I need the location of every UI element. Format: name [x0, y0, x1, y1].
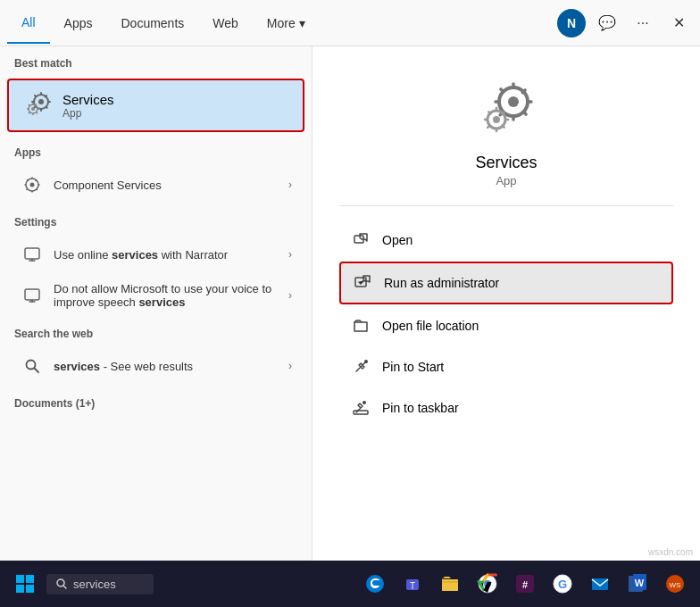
svg-point-24 [366, 575, 384, 593]
taskbar-mail-icon[interactable] [582, 566, 618, 602]
app-preview-title: Services [475, 154, 537, 172]
taskbar-edge-icon[interactable] [357, 566, 393, 602]
svg-text:#: # [522, 579, 528, 590]
app-preview-icon [471, 73, 542, 145]
svg-rect-7 [25, 289, 39, 300]
app-component-services[interactable]: Component Services › [7, 165, 304, 204]
web-section-label: Search the web [0, 317, 312, 345]
svg-rect-19 [16, 575, 24, 583]
taskbar-word-icon[interactable]: W [620, 566, 655, 602]
more-label: More [267, 16, 296, 30]
svg-point-18 [362, 401, 366, 404]
search-results: Best match Services Ap [0, 46, 312, 561]
start-button[interactable] [7, 566, 43, 602]
action-open[interactable]: Open [339, 220, 673, 260]
feedback-icon[interactable]: 💬 [593, 9, 621, 37]
open-icon [350, 229, 371, 251]
app-preview: Services App [339, 73, 673, 206]
nav-right: N 💬 ··· ✕ [557, 9, 693, 37]
documents-section-label: Documents (1+) [0, 387, 312, 415]
search-icon [20, 353, 45, 378]
component-services-icon [20, 172, 45, 197]
more-options-icon[interactable]: ··· [629, 9, 657, 37]
svg-rect-21 [16, 585, 24, 593]
web-search-item[interactable]: services - See web results › [7, 346, 304, 386]
best-match-subtitle: App [62, 107, 114, 120]
component-services-label: Component Services [54, 179, 288, 192]
open-label: Open [382, 233, 412, 247]
chevron-right-icon-4: › [288, 360, 292, 372]
action-pin-start[interactable]: Pin to Start [339, 347, 673, 387]
pin-taskbar-label: Pin to taskbar [382, 401, 459, 415]
settings-item-voice[interactable]: Do not allow Microsoft to use your voice… [7, 275, 304, 316]
taskbar-google-icon[interactable]: G [545, 566, 580, 602]
right-panel: Services App Open Run as administrator [312, 46, 700, 607]
svg-rect-22 [26, 585, 34, 593]
taskbar-search[interactable]: services [46, 574, 154, 595]
taskbar-search-text: services [73, 578, 116, 591]
chevron-right-icon-2: › [288, 248, 292, 261]
pin-start-label: Pin to Start [382, 360, 444, 374]
web-search-label: services - See web results [54, 360, 288, 373]
best-match-title: Services [62, 92, 114, 107]
svg-rect-6 [25, 248, 39, 259]
voice-icon [20, 283, 45, 308]
close-icon[interactable]: ✕ [664, 9, 693, 37]
settings-item-narrator[interactable]: Use online services with Narrator › [7, 235, 304, 274]
left-panel: Best match Services Ap [0, 46, 312, 607]
best-match-text: Services App [62, 92, 114, 120]
svg-text:T: T [410, 581, 415, 591]
main-container: Best match Services Ap [0, 46, 700, 607]
svg-point-16 [364, 360, 368, 363]
narrator-label: Use online services with Narrator [54, 248, 288, 262]
tab-apps[interactable]: Apps [50, 4, 107, 43]
taskbar-extra-icon[interactable]: WS [657, 566, 693, 602]
apps-section-label: Apps [0, 136, 312, 164]
best-match-item[interactable]: Services App [7, 79, 304, 132]
tab-web[interactable]: Web [198, 4, 253, 43]
tab-more[interactable]: More ▾ [253, 4, 320, 43]
admin-icon [352, 272, 373, 294]
action-pin-taskbar[interactable]: Pin to taskbar [339, 388, 673, 428]
settings-section-label: Settings [0, 205, 312, 234]
svg-rect-33 [592, 578, 608, 590]
taskbar-teams-icon[interactable]: T [395, 566, 430, 602]
action-open-location[interactable]: Open file location [339, 306, 673, 345]
svg-text:W: W [635, 578, 645, 588]
taskbar: services T # G W [0, 561, 700, 607]
pin-taskbar-icon [350, 397, 371, 419]
best-match-label: Best match [0, 46, 312, 75]
open-location-label: Open file location [382, 319, 479, 333]
svg-rect-20 [26, 575, 34, 583]
folder-icon [350, 315, 371, 337]
tab-all[interactable]: All [7, 3, 50, 44]
user-avatar[interactable]: N [557, 9, 586, 37]
pin-start-icon [350, 356, 371, 378]
svg-point-1 [38, 99, 44, 104]
taskbar-chrome-icon[interactable] [470, 566, 505, 602]
tab-documents[interactable]: Documents [106, 4, 198, 43]
svg-text:G: G [558, 578, 567, 591]
chevron-right-icon: › [288, 179, 292, 191]
svg-point-11 [508, 96, 519, 107]
run-admin-label: Run as administrator [384, 276, 499, 290]
top-nav: All Apps Documents Web More ▾ N 💬 ··· ✕ [0, 0, 700, 46]
services-icon [21, 89, 54, 121]
chevron-right-icon-3: › [288, 289, 292, 302]
svg-point-13 [493, 116, 500, 123]
svg-point-5 [30, 183, 35, 187]
action-list: Open Run as administrator Open file loca… [339, 220, 673, 429]
taskbar-slack-icon[interactable]: # [507, 566, 543, 602]
voice-label: Do not allow Microsoft to use your voice… [54, 282, 288, 309]
app-preview-subtitle: App [496, 174, 516, 187]
svg-text:WS: WS [670, 581, 681, 589]
narrator-icon [20, 242, 45, 267]
chevron-down-icon: ▾ [299, 16, 305, 30]
taskbar-explorer-icon[interactable] [432, 566, 468, 602]
action-run-admin[interactable]: Run as administrator [339, 262, 673, 304]
svg-point-3 [31, 107, 35, 111]
